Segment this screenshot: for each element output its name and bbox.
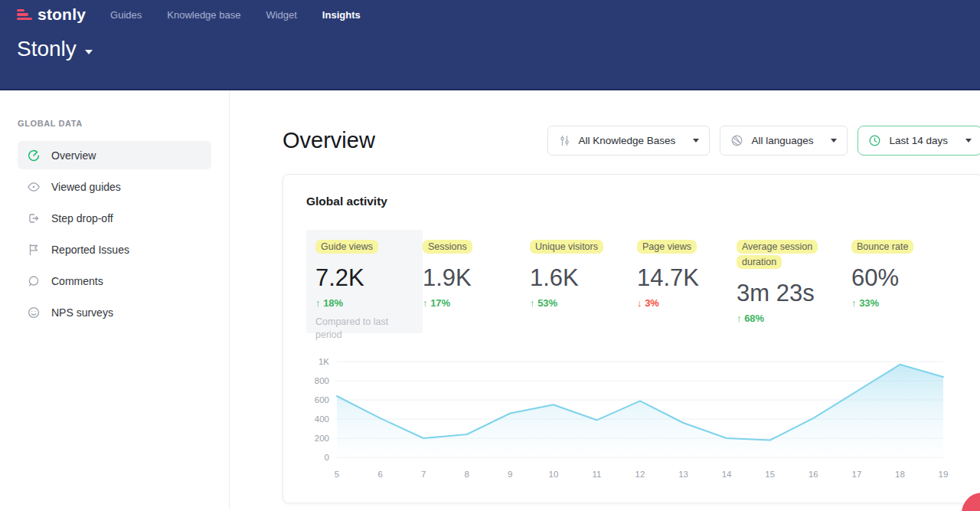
metric-average-session-duration[interactable]: Average session duration3m 23s↑ 68% — [737, 230, 851, 324]
sliders-icon — [558, 134, 571, 147]
arrow-up-icon: ↑ — [851, 297, 859, 309]
arrow-up-icon: ↑ — [530, 297, 537, 309]
metric-guide-views[interactable]: Guide views7.2K↑ 18%Compared to last per… — [306, 230, 423, 333]
metric-delta: ↑ 33% — [851, 297, 959, 309]
sidebar-item-overview[interactable]: Overview — [18, 141, 211, 169]
nav-item-knowledge-base[interactable]: Knowledge base — [167, 9, 240, 21]
svg-text:14: 14 — [722, 470, 732, 479]
sidebar-item-step-drop-off[interactable]: Step drop-off — [18, 204, 211, 232]
caret-down-icon — [965, 139, 972, 142]
svg-text:600: 600 — [315, 395, 329, 405]
arrow-up-icon: ↑ — [423, 297, 430, 309]
title-row: Overview All Knowledge BasesAll language… — [283, 126, 980, 156]
arrow-down-icon: ↓ — [637, 297, 645, 309]
global-activity-chart: 02004006008001K 567891011121314151617181… — [306, 352, 959, 484]
comment-icon — [27, 274, 41, 288]
svg-text:200: 200 — [315, 434, 329, 443]
metric-label-highlight: Guide views — [315, 239, 406, 254]
metric-page-views[interactable]: Page views14.7K↓ 3% — [637, 230, 737, 309]
sidebar-item-nps-surveys[interactable]: NPS surveys — [18, 298, 211, 326]
metric-delta-value: 33% — [859, 297, 879, 309]
svg-text:16: 16 — [808, 470, 818, 479]
metric-sessions[interactable]: Sessions1.9K↑ 17% — [423, 230, 530, 309]
sidebar-item-comments[interactable]: Comments — [18, 267, 211, 295]
svg-text:6: 6 — [377, 470, 382, 479]
stonly-logo-icon — [17, 9, 32, 21]
sidebar-item-label: Viewed guides — [51, 181, 121, 193]
nav-item-widget[interactable]: Widget — [266, 9, 296, 21]
caret-down-icon — [831, 139, 837, 142]
sidebar-item-label: Step drop-off — [51, 212, 113, 224]
nav-item-guides[interactable]: Guides — [110, 9, 142, 21]
metric-label: Bounce rate — [851, 240, 913, 254]
metric-delta-value: 17% — [430, 297, 450, 309]
sidebar-item-reported-issues[interactable]: Reported Issues — [18, 235, 211, 264]
metric-delta: ↑ 53% — [530, 297, 637, 309]
metric-label: Average session duration — [737, 240, 818, 269]
svg-text:7: 7 — [421, 470, 426, 479]
metric-label-highlight: Bounce rate — [851, 239, 942, 254]
svg-text:10: 10 — [549, 470, 559, 479]
metric-delta: ↑ 17% — [423, 297, 530, 309]
metric-label: Page views — [637, 240, 697, 254]
svg-text:13: 13 — [678, 470, 688, 479]
sidebar-item-label: NPS surveys — [51, 306, 113, 319]
caret-down-icon — [693, 139, 699, 142]
metric-delta: ↑ 18% — [315, 297, 413, 309]
metric-value: 1.6K — [530, 264, 637, 292]
metric-unique-visitors[interactable]: Unique visitors1.6K↑ 53% — [530, 230, 637, 309]
arrow-up-icon: ↑ — [315, 297, 323, 309]
flag-icon — [27, 243, 41, 257]
metrics-row: Guide views7.2K↑ 18%Compared to last per… — [306, 230, 959, 333]
svg-text:17: 17 — [852, 470, 862, 479]
filter-label: All Knowledge Bases — [579, 135, 676, 146]
sidebar-item-label: Comments — [51, 275, 103, 287]
metric-delta-value: 68% — [744, 313, 764, 324]
svg-text:15: 15 — [765, 470, 775, 479]
svg-text:18: 18 — [895, 470, 905, 479]
app-header: stonly GuidesKnowledge baseWidgetInsight… — [0, 0, 980, 90]
svg-text:800: 800 — [315, 376, 329, 385]
metric-value: 1.9K — [423, 264, 530, 292]
svg-text:1K: 1K — [318, 357, 329, 366]
top-navigation: stonly GuidesKnowledge baseWidgetInsight… — [0, 0, 980, 29]
metric-label: Guide views — [315, 240, 378, 254]
smiley-icon — [27, 306, 41, 319]
metric-label: Unique visitors — [530, 240, 603, 254]
filter-all-knowledge-bases[interactable]: All Knowledge Bases — [547, 126, 710, 156]
sidebar-section-label: GLOBAL DATA — [18, 119, 211, 128]
filter-last-14-days[interactable]: Last 14 days — [858, 126, 980, 156]
filter-all-languages[interactable]: All languages — [720, 126, 848, 156]
metric-delta-value: 53% — [537, 297, 557, 309]
gauge-icon — [27, 149, 41, 162]
content-area: Overview All Knowledge BasesAll language… — [230, 90, 980, 509]
globe-icon — [730, 134, 743, 147]
metric-label-highlight: Page views — [637, 239, 727, 254]
workspace-selector[interactable]: Stonly — [0, 37, 980, 61]
stonly-logo[interactable]: stonly — [17, 5, 86, 24]
metric-value: 14.7K — [637, 264, 737, 292]
svg-text:9: 9 — [508, 470, 512, 479]
filters-bar: All Knowledge BasesAll languagesLast 14 … — [547, 126, 980, 156]
metric-note: Compared to last period — [315, 316, 413, 342]
svg-text:5: 5 — [335, 470, 339, 479]
workspace-title: Stonly — [17, 37, 77, 61]
metric-delta-value: 18% — [323, 297, 343, 309]
page-title: Overview — [283, 128, 375, 153]
svg-text:400: 400 — [315, 414, 329, 424]
svg-text:12: 12 — [635, 470, 645, 479]
nav-item-insights[interactable]: Insights — [322, 9, 361, 21]
metric-value: 7.2K — [315, 264, 413, 292]
sidebar-item-label: Overview — [51, 149, 96, 162]
step-dropoff-icon — [27, 211, 41, 225]
eye-icon — [27, 180, 41, 194]
metric-label-highlight: Unique visitors — [530, 239, 620, 254]
clock-icon — [868, 134, 881, 147]
stonly-logo-text: stonly — [38, 5, 86, 24]
sidebar-item-label: Reported Issues — [51, 244, 129, 256]
metric-label-highlight: Sessions — [423, 239, 513, 254]
metric-bounce-rate[interactable]: Bounce rate60%↑ 33% — [851, 230, 959, 309]
filter-label: All languages — [751, 135, 813, 146]
chevron-down-icon — [85, 44, 93, 57]
sidebar-item-viewed-guides[interactable]: Viewed guides — [18, 172, 211, 201]
